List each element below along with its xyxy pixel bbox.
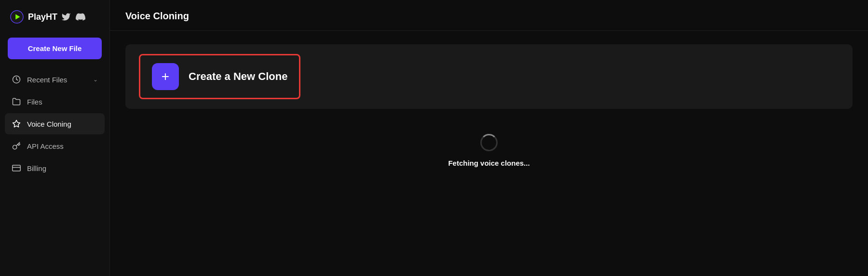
twitter-icon[interactable]	[61, 12, 71, 22]
main-content: Voice Cloning + Create a New Clone Fetch…	[110, 0, 868, 276]
logo-text: PlayHT	[28, 12, 57, 22]
clock-icon	[12, 75, 21, 84]
sidebar-item-recent-files[interactable]: Recent Files ⌄	[5, 69, 105, 90]
create-clone-card[interactable]: + Create a New Clone	[139, 54, 300, 99]
discord-icon[interactable]	[76, 12, 85, 22]
page-title: Voice Cloning	[125, 11, 853, 22]
sidebar-item-files[interactable]: Files	[5, 91, 105, 112]
sidebar-item-api-access[interactable]: API Access	[5, 135, 105, 157]
main-body: + Create a New Clone Fetching voice clon…	[110, 31, 868, 276]
api-access-label: API Access	[27, 142, 98, 150]
loading-text: Fetching voice clones...	[448, 159, 529, 167]
billing-label: Billing	[27, 164, 98, 172]
social-icons	[61, 12, 85, 22]
logo-icon	[10, 10, 24, 24]
create-clone-label: Create a New Clone	[189, 70, 287, 83]
files-label: Files	[27, 98, 98, 106]
recent-files-label: Recent Files	[27, 76, 87, 84]
logo-area: PlayHT	[0, 0, 109, 34]
sidebar-item-voice-cloning[interactable]: Voice Cloning	[5, 113, 105, 134]
sparkle-icon	[12, 119, 21, 129]
card-icon	[12, 163, 21, 173]
voice-cloning-label: Voice Cloning	[27, 120, 98, 128]
svg-rect-4	[13, 165, 21, 171]
plus-button-icon: +	[152, 63, 179, 90]
sidebar-item-billing[interactable]: Billing	[5, 158, 105, 179]
chevron-icon: ⌄	[93, 76, 98, 83]
create-new-file-button[interactable]: Create New File	[8, 38, 102, 59]
loading-section: Fetching voice clones...	[125, 124, 853, 167]
key-icon	[12, 141, 21, 151]
svg-marker-3	[13, 120, 20, 127]
nav-menu: Recent Files ⌄ Files Voice Cloning	[0, 69, 109, 179]
loading-spinner	[480, 134, 498, 151]
folder-icon	[12, 97, 21, 106]
create-clone-container: + Create a New Clone	[125, 44, 853, 109]
main-header: Voice Cloning	[110, 0, 868, 31]
sidebar: PlayHT Create New File	[0, 0, 110, 276]
